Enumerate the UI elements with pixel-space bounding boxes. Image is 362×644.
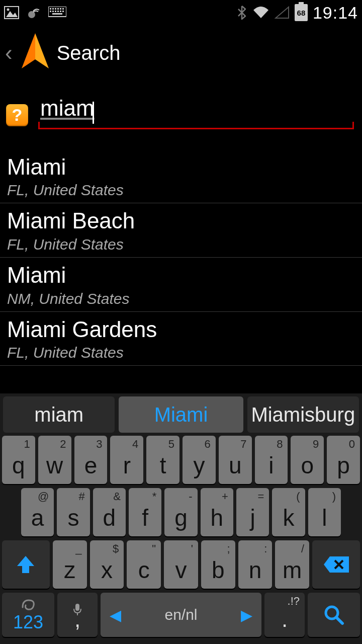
- svg-rect-16: [62, 11, 64, 12]
- search-row: ? miam: [0, 80, 362, 134]
- key-backspace[interactable]: [312, 540, 360, 589]
- key-g[interactable]: -g: [164, 488, 197, 536]
- search-query-text: miam: [38, 96, 95, 120]
- kb-row-3: _z $x "c 'v ;b :n /m: [2, 540, 360, 589]
- key-x[interactable]: $x: [90, 540, 124, 589]
- key-l[interactable]: )l: [308, 488, 341, 536]
- key-u[interactable]: 7u: [219, 436, 252, 484]
- result-subtitle: FL, United States: [7, 344, 355, 361]
- suggestion-bar: miam Miami Miamisburg: [0, 396, 362, 436]
- key-v[interactable]: 'v: [164, 540, 198, 589]
- key-m[interactable]: /m: [275, 540, 309, 589]
- kb-row-4: 123 , ◀ en/nl ▶ .!? .: [2, 593, 360, 637]
- key-k[interactable]: (k: [272, 488, 305, 536]
- result-item[interactable]: Miami NM, United States: [0, 258, 362, 312]
- key-r[interactable]: 4r: [110, 436, 143, 484]
- key-i[interactable]: 8i: [255, 436, 288, 484]
- svg-rect-13: [55, 11, 56, 12]
- key-p[interactable]: 0p: [327, 436, 360, 484]
- svg-rect-17: [52, 13, 62, 15]
- keyboard: miam Miami Miamisburg 1q 2w 3e 4r 5t 6y …: [0, 393, 362, 644]
- text-cursor: [93, 102, 94, 124]
- result-item[interactable]: Miami Gardens FL, United States: [0, 312, 362, 366]
- key-search[interactable]: [308, 593, 360, 637]
- key-shift[interactable]: [2, 540, 50, 589]
- battery-percent: 68: [297, 9, 306, 17]
- key-e[interactable]: 3e: [74, 436, 108, 484]
- key-d[interactable]: &d: [93, 488, 126, 536]
- suggestion-right[interactable]: Miamisburg: [247, 396, 359, 433]
- svg-marker-20: [17, 556, 34, 573]
- svg-marker-19: [22, 33, 35, 68]
- svg-rect-8: [57, 8, 59, 10]
- app-bar: ‹ Search: [0, 25, 362, 80]
- svg-line-24: [336, 617, 342, 623]
- lang-next-icon: ▶: [241, 606, 252, 624]
- svg-rect-15: [60, 11, 61, 12]
- key-t[interactable]: 5t: [146, 436, 179, 484]
- search-icon: [323, 604, 344, 625]
- key-period[interactable]: .!? .: [264, 593, 305, 637]
- lang-prev-icon: ◀: [110, 606, 121, 624]
- space-label: en/nl: [164, 606, 197, 623]
- key-q[interactable]: 1q: [2, 436, 35, 484]
- key-h[interactable]: +h: [201, 488, 233, 536]
- svg-point-3: [28, 11, 35, 18]
- svg-rect-9: [60, 8, 61, 10]
- bluetooth-icon: [236, 5, 247, 20]
- svg-rect-7: [55, 8, 56, 10]
- page-title: Search: [57, 42, 121, 64]
- key-y[interactable]: 6y: [183, 436, 216, 484]
- key-z[interactable]: _z: [53, 540, 87, 589]
- svg-rect-21: [75, 604, 79, 611]
- svg-rect-10: [62, 8, 64, 10]
- swiftkey-logo-icon: [21, 596, 36, 617]
- wifi-icon: [252, 6, 269, 19]
- mic-icon: [72, 596, 82, 621]
- kb-row-1: 1q 2w 3e 4r 5t 6y 7u 8i 9o 0p: [2, 436, 360, 484]
- status-bar: 68 19:14: [0, 0, 362, 25]
- svg-rect-6: [52, 8, 54, 10]
- backspace-icon: [323, 555, 350, 574]
- svg-marker-1: [6, 11, 18, 17]
- keyboard-icon: [48, 7, 66, 19]
- svg-rect-12: [52, 11, 54, 12]
- picture-icon: [4, 6, 19, 19]
- key-w[interactable]: 2w: [38, 436, 71, 484]
- back-icon[interactable]: ‹: [4, 40, 14, 65]
- battery-icon: 68: [295, 4, 308, 21]
- key-s[interactable]: #s: [57, 488, 89, 536]
- key-o[interactable]: 9o: [291, 436, 324, 484]
- result-item[interactable]: Miami FL, United States: [0, 149, 362, 204]
- svg-point-2: [7, 9, 10, 11]
- shift-arrow-icon: [15, 554, 36, 575]
- result-subtitle: FL, United States: [7, 182, 355, 199]
- result-title: Miami: [7, 154, 355, 180]
- key-f[interactable]: *f: [129, 488, 161, 536]
- search-input[interactable]: miam: [38, 96, 354, 129]
- result-item[interactable]: Miami Beach FL, United States: [0, 203, 362, 258]
- key-n[interactable]: :n: [238, 540, 273, 589]
- signal-icon: [275, 6, 290, 19]
- clock: 19:14: [313, 3, 358, 23]
- search-results: Miami FL, United States Miami Beach FL, …: [0, 134, 362, 366]
- app-logo-icon: [20, 32, 51, 73]
- svg-rect-11: [50, 11, 51, 12]
- kb-row-2: @a #s &d *f -g +h =j (k )l: [2, 488, 360, 536]
- key-c[interactable]: "c: [127, 540, 161, 589]
- result-title: Miami Gardens: [7, 317, 355, 343]
- result-subtitle: FL, United States: [7, 236, 355, 253]
- sync-icon: [26, 5, 41, 20]
- result-title: Miami Beach: [7, 208, 355, 234]
- key-a[interactable]: @a: [21, 488, 54, 536]
- key-symbols[interactable]: 123: [2, 593, 54, 637]
- result-subtitle: NM, United States: [7, 290, 355, 307]
- result-title: Miami: [7, 263, 355, 288]
- help-button[interactable]: ?: [6, 104, 28, 126]
- suggestion-left[interactable]: miam: [3, 396, 115, 433]
- key-b[interactable]: ;b: [201, 540, 235, 589]
- key-j[interactable]: =j: [236, 488, 269, 536]
- key-space[interactable]: ◀ en/nl ▶: [101, 593, 261, 637]
- suggestion-center[interactable]: Miami: [119, 396, 243, 433]
- key-comma[interactable]: ,: [57, 593, 98, 637]
